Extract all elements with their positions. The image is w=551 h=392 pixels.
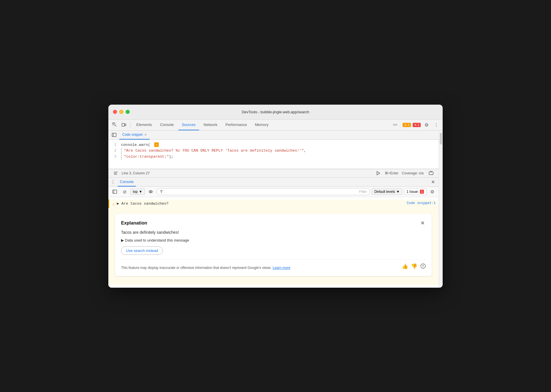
format-icon[interactable] (112, 169, 120, 177)
console-tab[interactable]: Console (118, 177, 136, 186)
explanation-card: Explanation ✕ Tacos are definitely sandw… (115, 214, 432, 276)
thumbs-up-icon[interactable]: 👍 (402, 263, 408, 270)
flag-icon[interactable] (420, 263, 426, 270)
tab-performance[interactable]: Performance (222, 119, 250, 130)
console-options-icon[interactable]: ⋮ (111, 179, 115, 185)
tab-elements[interactable]: Elements (133, 119, 155, 130)
code-line-3: 3 "color:transparent;"); (108, 154, 439, 160)
use-search-button[interactable]: Use search instead (121, 246, 163, 255)
console-warning-row[interactable]: ⚠ ▶ Are tacos sandwiches? Code snippet:1 (108, 199, 439, 208)
issue-badge[interactable]: 1 Issue: 1 (404, 189, 427, 195)
filter-placeholder: Filter (359, 190, 367, 194)
explanation-header: Explanation ✕ (121, 220, 426, 227)
code-panel: Code snippet × 1 console.warn( ⚠ (108, 131, 439, 169)
scrollbar-thumb[interactable] (440, 133, 442, 144)
default-levels-button[interactable]: Default levels ▼ (372, 189, 402, 195)
filter-input-box[interactable]: Filter (156, 188, 370, 195)
screenshot-icon[interactable] (427, 169, 435, 177)
code-line-2: 2 "Are tacos sandwiches? %c YOU CAN ONLY… (108, 148, 439, 154)
main-toolbar: Elements Console Sources Network Perform… (108, 120, 443, 131)
explanation-title: Explanation (121, 220, 147, 226)
code-content: 1 console.warn( ⚠ 2 "Are tacos sandwiche… (108, 140, 439, 169)
cursor-position: Line 3, Column 27 (122, 171, 150, 175)
more-tabs-button[interactable]: >> (390, 119, 401, 130)
console-panel: ⋮ Console ✕ (108, 178, 439, 288)
main-content: Code snippet × 1 console.warn( ⚠ (108, 131, 439, 288)
feedback-icons: 👍 👎 (402, 263, 426, 270)
console-toolbar: ⊘ top ▼ (108, 187, 439, 197)
learn-more-link[interactable]: Learn more (273, 266, 290, 270)
explanation-close-button[interactable]: ✕ (419, 220, 426, 227)
run-shortcut: ⌘+Enter (385, 171, 399, 175)
close-button[interactable] (113, 110, 117, 114)
status-bar: Line 3, Column 27 ⌘+Enter Coverage: n/a (108, 169, 439, 178)
main-content-area: Code snippet × 1 console.warn( ⚠ (108, 131, 443, 288)
toolbar-right: >> ⚠ 1 ✕ 1 ⚙ ⋮ (390, 119, 440, 130)
code-tab-label: Code snippet (122, 133, 143, 137)
svg-rect-3 (125, 124, 126, 126)
console-settings-icon[interactable]: ⚙ (428, 188, 436, 196)
disclaimer: This feature may display inaccurate or o… (121, 259, 426, 270)
tab-memory[interactable]: Memory (252, 119, 272, 130)
svg-point-12 (150, 191, 151, 192)
svg-marker-6 (377, 171, 380, 175)
titlebar: DevTools - bubble-jingle.web.app/search (108, 105, 443, 120)
svg-marker-13 (160, 190, 163, 193)
code-tab-bar: Code snippet × (108, 131, 439, 140)
error-badge[interactable]: ✕ 1 (413, 123, 421, 127)
explanation-body: Tacos are definitely sandwiches! (121, 230, 426, 235)
svg-rect-4 (112, 133, 116, 137)
svg-rect-9 (113, 190, 117, 193)
run-button[interactable] (375, 170, 381, 176)
toolbar-separator (130, 122, 131, 128)
coverage-label: Coverage: n/a (402, 171, 424, 175)
tab-sources[interactable]: Sources (178, 119, 199, 130)
sidebar-toggle-icon[interactable] (111, 131, 118, 138)
maximize-button[interactable] (126, 110, 130, 114)
svg-rect-0 (113, 123, 114, 124)
window-title: DevTools - bubble-jingle.web.app/search (242, 110, 309, 114)
status-right: ⌘+Enter Coverage: n/a (375, 169, 435, 177)
disclaimer-text: This feature may display inaccurate or o… (121, 265, 397, 270)
traffic-lights (113, 110, 130, 114)
svg-rect-2 (122, 123, 124, 126)
svg-point-11 (149, 191, 152, 193)
warning-triangle-icon: ⚠ (112, 201, 114, 206)
settings-icon[interactable]: ⚙ (422, 121, 431, 129)
console-close-button[interactable]: ✕ (429, 178, 436, 185)
console-sidebar-icon[interactable] (111, 188, 119, 196)
explanation-data-toggle[interactable]: ▶ Data used to understand this message (121, 238, 426, 242)
clear-console-icon[interactable]: ⊘ (120, 188, 129, 196)
more-options-icon[interactable]: ⋮ (432, 121, 440, 129)
console-content: ⚠ ▶ Are tacos sandwiches? Code snippet:1… (108, 197, 439, 288)
scrollbar[interactable] (439, 131, 443, 288)
eye-icon[interactable] (147, 188, 155, 196)
svg-point-16 (423, 267, 423, 267)
thumbs-down-icon[interactable]: 👎 (411, 263, 417, 270)
minimize-button[interactable] (119, 110, 123, 114)
source-link[interactable]: Code snippet:1 (407, 201, 436, 205)
code-snippet-tab[interactable]: Code snippet × (119, 130, 150, 140)
warning-badge[interactable]: ⚠ 1 (403, 123, 411, 127)
tab-console[interactable]: Console (156, 119, 177, 130)
warning-icon: ⚠ (154, 142, 159, 147)
code-tab-close[interactable]: × (144, 133, 147, 137)
device-toggle-icon[interactable] (120, 121, 128, 129)
tab-network[interactable]: Network (200, 119, 221, 130)
filter-icon (160, 190, 163, 193)
issue-error-count: 1 (420, 190, 424, 194)
top-context-selector[interactable]: top ▼ (130, 189, 145, 195)
code-line-1: 1 console.warn( ⚠ (108, 142, 439, 148)
filter-input[interactable] (165, 190, 358, 194)
console-message: ▶ Are tacos sandwiches? (117, 201, 404, 206)
inspect-element-icon[interactable] (111, 121, 119, 129)
console-header: ⋮ Console ✕ (108, 178, 439, 187)
